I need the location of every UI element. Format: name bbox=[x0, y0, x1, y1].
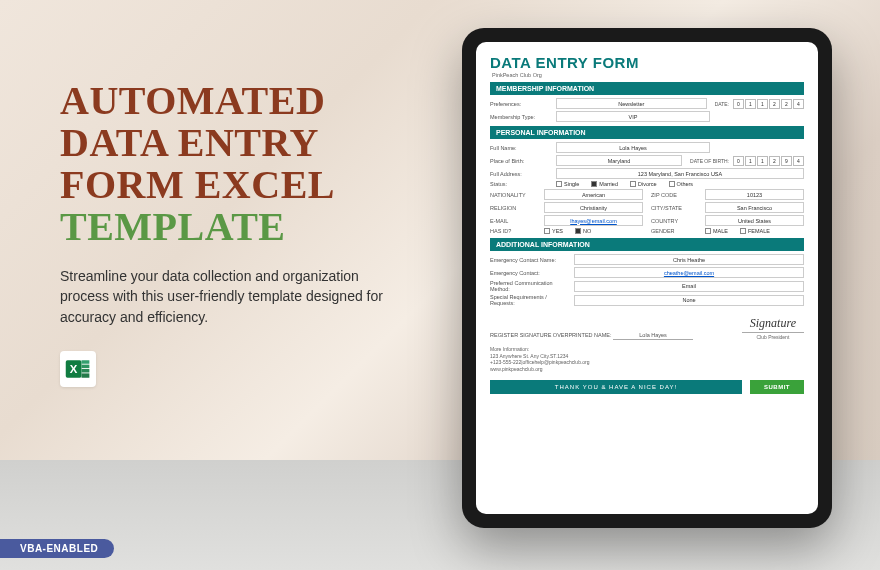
main-heading: AUTOMATED DATA ENTRY FORM EXCEL TEMPLATE bbox=[60, 80, 440, 248]
heading-line-accent: TEMPLATE bbox=[60, 204, 286, 249]
dob-input[interactable]: 011294 bbox=[733, 156, 804, 166]
heading-line: DATA ENTRY bbox=[60, 120, 319, 165]
input-preferences[interactable]: Newsletter bbox=[556, 98, 707, 109]
label: Membership Type: bbox=[490, 114, 552, 120]
more-info: More Information: 123 Anywhere St. Any C… bbox=[490, 346, 804, 372]
svg-rect-2 bbox=[82, 360, 90, 364]
heading-line: AUTOMATED bbox=[60, 78, 325, 123]
checkbox-male[interactable]: MALE bbox=[705, 228, 728, 234]
input-pcm[interactable]: Email bbox=[574, 281, 804, 292]
label: Preferences: bbox=[490, 101, 552, 107]
section-additional: ADDITIONAL INFORMATION bbox=[490, 238, 804, 251]
svg-rect-4 bbox=[82, 369, 90, 373]
signature-block: Signature Club President bbox=[742, 316, 804, 340]
thanks-banner: THANK YOU & HAVE A NICE DAY! bbox=[490, 380, 742, 394]
input-country[interactable]: United States bbox=[705, 215, 804, 226]
label: DATE OF BIRTH: bbox=[690, 158, 729, 164]
form-screen: DATA ENTRY FORM PinkPeach Club Org MEMBE… bbox=[476, 42, 818, 514]
input-nationality[interactable]: American bbox=[544, 189, 643, 200]
excel-icon: X bbox=[60, 351, 96, 387]
date-input[interactable]: 011224 bbox=[733, 99, 804, 109]
input-special[interactable]: None bbox=[574, 295, 804, 306]
label: Full Address: bbox=[490, 171, 552, 177]
checkbox-id-no[interactable]: NO bbox=[575, 228, 591, 234]
input-ec-name[interactable]: Chris Heathe bbox=[574, 254, 804, 265]
section-personal: PERSONAL INFORMATION bbox=[490, 126, 804, 139]
checkbox-single[interactable]: Single bbox=[556, 181, 579, 187]
checkbox-female[interactable]: FEMALE bbox=[740, 228, 770, 234]
section-membership: MEMBERSHIP INFORMATION bbox=[490, 82, 804, 95]
checkbox-others[interactable]: Others bbox=[669, 181, 694, 187]
input-address[interactable]: 123 Maryland, San Francisco USA bbox=[556, 168, 804, 179]
form-title: DATA ENTRY FORM bbox=[490, 54, 804, 71]
input-name[interactable]: Lola Hayes bbox=[556, 142, 710, 153]
input-ec[interactable]: cheathe@email.com bbox=[574, 267, 804, 278]
heading-line: FORM EXCEL bbox=[60, 162, 335, 207]
input-city[interactable]: San Francisco bbox=[705, 202, 804, 213]
left-content: AUTOMATED DATA ENTRY FORM EXCEL TEMPLATE… bbox=[60, 80, 440, 387]
input-religion[interactable]: Christianity bbox=[544, 202, 643, 213]
form-subtitle: PinkPeach Club Org bbox=[492, 72, 804, 78]
svg-rect-5 bbox=[82, 373, 90, 377]
label: Full Name: bbox=[490, 145, 552, 151]
checkbox-married[interactable]: Married bbox=[591, 181, 618, 187]
vba-badge: VBA-ENABLED bbox=[0, 539, 114, 558]
label: Status: bbox=[490, 181, 552, 187]
input-email[interactable]: lhayes@email.com bbox=[544, 215, 643, 226]
svg-rect-3 bbox=[82, 365, 90, 369]
signature-label: REGISTER SIGNATURE OVERPRINTED NAME: Lol… bbox=[490, 332, 732, 340]
label: DATE: bbox=[715, 101, 729, 107]
label: Place of Birth: bbox=[490, 158, 552, 164]
input-zip[interactable]: 10123 bbox=[705, 189, 804, 200]
input-membership-type[interactable]: VIP bbox=[556, 111, 710, 122]
submit-button[interactable]: SUBMIT bbox=[750, 380, 804, 394]
description-text: Streamline your data collection and orga… bbox=[60, 266, 400, 327]
tablet-frame: DATA ENTRY FORM PinkPeach Club Org MEMBE… bbox=[462, 28, 832, 528]
input-pob[interactable]: Maryland bbox=[556, 155, 682, 166]
svg-text:X: X bbox=[70, 362, 78, 374]
checkbox-id-yes[interactable]: YES bbox=[544, 228, 563, 234]
checkbox-divorce[interactable]: Divorce bbox=[630, 181, 657, 187]
